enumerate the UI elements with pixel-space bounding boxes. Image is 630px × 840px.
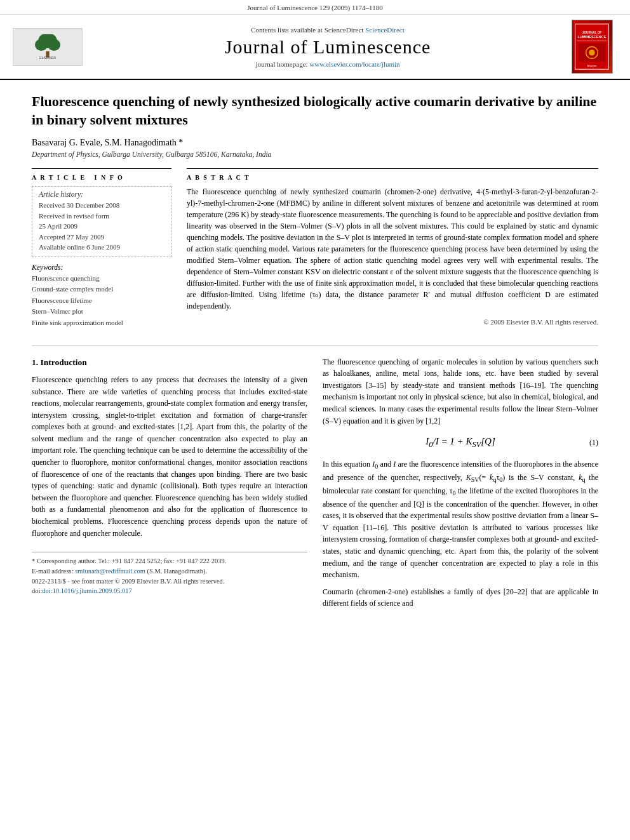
main-content: Fluorescence quenching of newly synthesi… [0, 80, 630, 627]
article-history-label: Article history: [39, 190, 164, 198]
footnote-email: E-mail address: smlunath@rediffmail.com … [32, 566, 307, 577]
article-info-abstract: A R T I C L E I N F O Article history: R… [32, 168, 598, 335]
revised-date: 25 April 2009 [39, 221, 164, 232]
affiliation: Department of Physics, Gulbarga Universi… [32, 150, 598, 158]
article-info-column: A R T I C L E I N F O Article history: R… [32, 168, 171, 335]
keywords-group: Keywords: Fluorescence quenching Ground-… [32, 263, 171, 329]
footnote-issn: 0022-2313/$ - see front matter © 2009 El… [32, 577, 307, 587]
journal-cover: JOURNAL OF LUMINESCENCE Elsevier [572, 20, 613, 74]
abstract-text: The fluorescence quenching of newly synt… [187, 186, 598, 312]
footnote-star: * Corresponding author. Tel.: +91 847 22… [32, 556, 307, 566]
elsevier-logo: ELSEVIER [13, 28, 83, 66]
equation: I0/I = 1 + KSV[Q] [426, 434, 495, 451]
accepted-date: Accepted 27 May 2009 [39, 232, 164, 243]
svg-point-2 [35, 39, 48, 51]
footnote-doi: doi:doi:10.1016/j.jlumin.2009.05.017 [32, 586, 307, 596]
contents-text: Contents lists available at ScienceDirec… [251, 26, 363, 34]
article-info-header: A R T I C L E I N F O [32, 174, 171, 181]
email-label: E-mail address: [32, 568, 74, 575]
body-right-column: The fluorescence quenching of organic mo… [323, 356, 598, 615]
right-para3: Coumarin (chromen-2-one) establishes a f… [323, 586, 598, 610]
svg-text:LUMINESCENCE: LUMINESCENCE [578, 35, 607, 39]
citation-text: Journal of Luminescence 129 (2009) 1174–… [247, 4, 382, 11]
article-history-box: Article history: Received 30 December 20… [32, 186, 171, 257]
keyword-2: Ground-state complex model [32, 284, 171, 295]
keywords-label: Keywords: [32, 263, 171, 271]
right-para1: The fluorescence quenching of organic mo… [323, 356, 598, 427]
journal-title: Journal of Luminescence [89, 36, 566, 58]
svg-point-3 [48, 39, 60, 51]
contents-line: Contents lists available at ScienceDirec… [89, 26, 566, 34]
keyword-4: Stern–Volmer plot [32, 306, 171, 317]
keyword-3: Fluorescence lifetime [32, 295, 171, 307]
intro-title: 1. Introduction [32, 356, 307, 369]
svg-text:Elsevier: Elsevier [587, 65, 597, 67]
svg-text:JOURNAL OF: JOURNAL OF [582, 31, 601, 34]
intro-para1: Fluorescence quenching refers to any pro… [32, 374, 307, 539]
body-columns: 1. Introduction Fluorescence quenching r… [32, 356, 598, 615]
keyword-5: Finite sink approximation model [32, 317, 171, 329]
journal-homepage: journal homepage: www.elsevier.com/locat… [89, 60, 566, 68]
svg-text:ELSEVIER: ELSEVIER [39, 55, 56, 59]
journal-header: ELSEVIER Contents lists available at Sci… [0, 15, 630, 80]
journal-cover-area: JOURNAL OF LUMINESCENCE Elsevier [566, 20, 617, 74]
homepage-url[interactable]: www.elsevier.com/locate/jlumin [309, 60, 399, 68]
abstract-column: A B S T R A C T The fluorescence quenchi… [187, 168, 598, 335]
abstract-header: A B S T R A C T [187, 174, 598, 181]
section-divider [32, 345, 598, 346]
email-name: (S.M. Hanagodimath). [147, 568, 208, 575]
footnote-area: * Corresponding author. Tel.: +91 847 22… [32, 552, 307, 596]
doi-link[interactable]: doi:10.1016/j.jlumin.2009.05.017 [42, 587, 131, 594]
body-left-column: 1. Introduction Fluorescence quenching r… [32, 356, 307, 615]
journal-header-center: Contents lists available at ScienceDirec… [89, 26, 566, 68]
equation-block: I0/I = 1 + KSV[Q] (1) [323, 434, 598, 451]
right-para2: In this equation I0 and I are the fluore… [323, 458, 598, 581]
keyword-1: Fluorescence quenching [32, 273, 171, 284]
copyright-line: © 2009 Elsevier B.V. All rights reserved… [187, 318, 598, 326]
received-date: Received 30 December 2008 [39, 200, 164, 211]
citation-bar: Journal of Luminescence 129 (2009) 1174–… [0, 0, 630, 15]
sciencedirect-link[interactable]: ScienceDirect [365, 26, 405, 34]
article-title: Fluorescence quenching of newly synthesi… [32, 93, 598, 129]
authors: Basavaraj G. Evale, S.M. Hanagodimath * [32, 138, 598, 148]
homepage-label: journal homepage: [255, 60, 307, 68]
elsevier-logo-area: ELSEVIER [13, 28, 89, 66]
email-link[interactable]: smlunath@rediffmail.com [75, 568, 145, 575]
equation-number: (1) [589, 437, 598, 448]
available-date: Available online 6 June 2009 [39, 242, 164, 253]
svg-point-13 [589, 50, 594, 55]
keywords-list: Fluorescence quenching Ground-state comp… [32, 273, 171, 329]
revised-label: Received in revised form [39, 211, 164, 222]
doi-label: doi: [32, 587, 42, 594]
